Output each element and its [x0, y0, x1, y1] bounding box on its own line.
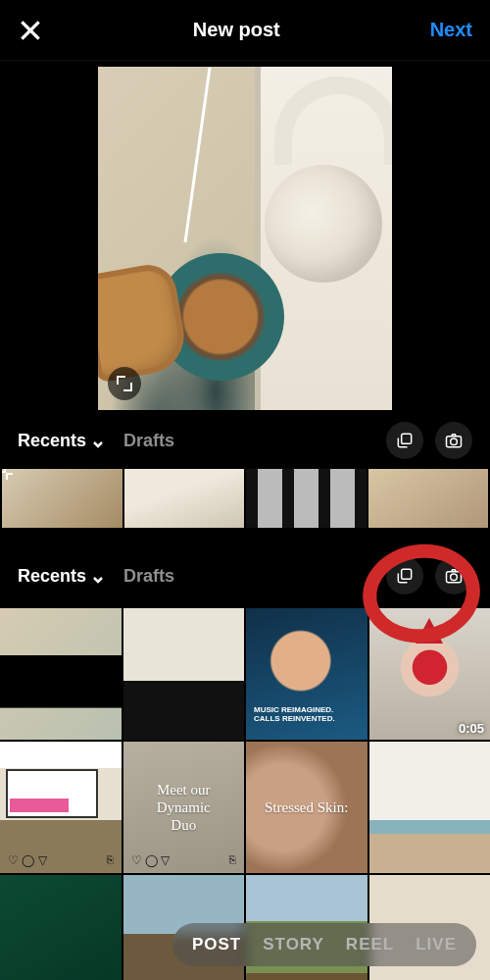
- folder-label: Recents: [18, 566, 86, 587]
- grid-item[interactable]: [123, 608, 245, 740]
- preview-block: Recents Drafts: [0, 67, 490, 538]
- mode-switcher: POST STORY REEL LIVE: [172, 923, 476, 966]
- strip-thumb-4[interactable]: [368, 469, 489, 528]
- preview-gallery-bar: Recents Drafts: [0, 410, 490, 469]
- strip-thumb-3[interactable]: [246, 469, 367, 528]
- select-multiple-button-1[interactable]: [386, 422, 423, 459]
- mode-post[interactable]: POST: [192, 935, 241, 954]
- chevron-down-icon: [92, 570, 104, 582]
- grid-item[interactable]: [246, 608, 368, 740]
- grid-item[interactable]: [0, 608, 122, 740]
- expand-crop-button[interactable]: [108, 367, 141, 400]
- chevron-down-icon: [92, 435, 104, 446]
- svg-rect-0: [402, 434, 412, 443]
- svg-point-2: [451, 438, 458, 445]
- close-button[interactable]: [18, 18, 43, 43]
- grid-item[interactable]: ♡ ◯ ▽⎘: [123, 742, 245, 873]
- svg-point-5: [451, 574, 458, 581]
- next-button[interactable]: Next: [430, 19, 472, 41]
- select-multiple-button-2[interactable]: [386, 557, 423, 594]
- camera-icon: [444, 431, 464, 450]
- drafts-tab-1[interactable]: Drafts: [123, 431, 174, 451]
- recent-strip: [0, 469, 490, 528]
- stack-icon: [395, 566, 415, 586]
- main-gallery-bar: Recents Drafts: [0, 538, 490, 608]
- svg-rect-3: [402, 569, 412, 579]
- grid-item[interactable]: [369, 742, 491, 873]
- selected-photo-preview[interactable]: [98, 67, 392, 410]
- folder-picker-recents-2[interactable]: Recents: [18, 566, 104, 587]
- camera-icon: [444, 566, 464, 586]
- strip-thumb-1[interactable]: [2, 469, 122, 528]
- drafts-tab-2[interactable]: Drafts: [123, 566, 174, 587]
- open-camera-button-1[interactable]: [435, 422, 472, 459]
- video-duration: 0:05: [459, 721, 484, 736]
- folder-picker-recents-1[interactable]: Recents: [18, 431, 104, 451]
- stack-icon: [395, 431, 415, 450]
- header: New post Next: [0, 0, 490, 61]
- strip-thumb-2[interactable]: [124, 469, 245, 528]
- grid-item[interactable]: [0, 875, 122, 980]
- folder-label: Recents: [18, 431, 86, 451]
- grid-item[interactable]: [246, 742, 368, 873]
- grid-item[interactable]: ♡ ◯ ▽⎘: [0, 742, 122, 873]
- expand-icon: [117, 376, 132, 391]
- mode-story[interactable]: STORY: [263, 935, 324, 954]
- grid-item-video[interactable]: 0:05: [369, 608, 491, 740]
- page-title: New post: [193, 19, 280, 41]
- mode-live[interactable]: LIVE: [416, 935, 457, 954]
- mode-reel[interactable]: REEL: [346, 935, 394, 954]
- open-camera-button-2[interactable]: [435, 557, 472, 594]
